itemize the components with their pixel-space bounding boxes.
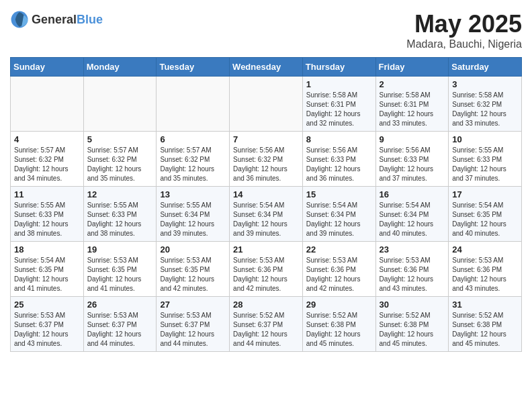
weekday-header-thursday: Thursday (302, 58, 375, 77)
day-info: Sunrise: 5:53 AM Sunset: 6:36 PM Dayligh… (306, 256, 372, 293)
day-number: 7 (233, 134, 299, 144)
day-info: Sunrise: 5:53 AM Sunset: 6:35 PM Dayligh… (87, 256, 153, 293)
weekday-header-row: SundayMondayTuesdayWednesdayThursdayFrid… (11, 58, 522, 77)
day-cell: 3Sunrise: 5:58 AM Sunset: 6:32 PM Daylig… (449, 77, 522, 132)
day-info: Sunrise: 5:53 AM Sunset: 6:36 PM Dayligh… (233, 256, 299, 293)
weekday-header-monday: Monday (83, 58, 157, 77)
day-info: Sunrise: 5:54 AM Sunset: 6:35 PM Dayligh… (14, 256, 80, 293)
day-cell: 1Sunrise: 5:58 AM Sunset: 6:31 PM Daylig… (302, 77, 375, 132)
location-title: Madara, Bauchi, Nigeria (406, 38, 522, 50)
day-number: 1 (306, 79, 372, 89)
day-info: Sunrise: 5:53 AM Sunset: 6:36 PM Dayligh… (380, 256, 445, 293)
day-cell: 28Sunrise: 5:52 AM Sunset: 6:37 PM Dayli… (230, 297, 303, 352)
day-info: Sunrise: 5:55 AM Sunset: 6:33 PM Dayligh… (14, 201, 80, 238)
day-number: 23 (380, 244, 445, 255)
day-cell (11, 77, 84, 132)
weekday-header-tuesday: Tuesday (157, 58, 230, 77)
day-info: Sunrise: 5:52 AM Sunset: 6:37 PM Dayligh… (233, 311, 299, 349)
day-number: 29 (306, 300, 372, 310)
logo-blue-text: Blue (77, 13, 103, 26)
day-cell: 9Sunrise: 5:56 AM Sunset: 6:33 PM Daylig… (375, 132, 449, 187)
day-cell: 8Sunrise: 5:56 AM Sunset: 6:33 PM Daylig… (302, 132, 375, 187)
day-info: Sunrise: 5:54 AM Sunset: 6:34 PM Dayligh… (306, 201, 372, 238)
day-info: Sunrise: 5:55 AM Sunset: 6:34 PM Dayligh… (160, 201, 226, 238)
day-number: 26 (87, 300, 153, 310)
day-cell: 25Sunrise: 5:53 AM Sunset: 6:37 PM Dayli… (11, 297, 84, 352)
day-info: Sunrise: 5:57 AM Sunset: 6:32 PM Dayligh… (87, 146, 153, 183)
day-cell: 21Sunrise: 5:53 AM Sunset: 6:36 PM Dayli… (230, 242, 303, 297)
day-info: Sunrise: 5:58 AM Sunset: 6:31 PM Dayligh… (306, 91, 372, 128)
day-number: 5 (87, 134, 153, 144)
day-cell: 30Sunrise: 5:52 AM Sunset: 6:38 PM Dayli… (375, 297, 449, 352)
day-number: 12 (87, 189, 153, 199)
weekday-header-wednesday: Wednesday (230, 58, 303, 77)
day-info: Sunrise: 5:53 AM Sunset: 6:37 PM Dayligh… (14, 311, 80, 349)
day-cell: 20Sunrise: 5:53 AM Sunset: 6:35 PM Dayli… (157, 242, 230, 297)
day-cell: 18Sunrise: 5:54 AM Sunset: 6:35 PM Dayli… (11, 242, 84, 297)
day-number: 20 (160, 244, 226, 255)
logo-general-text: General (32, 13, 77, 26)
day-info: Sunrise: 5:53 AM Sunset: 6:36 PM Dayligh… (452, 256, 518, 293)
day-number: 15 (306, 189, 372, 199)
day-number: 14 (233, 189, 299, 199)
day-cell: 15Sunrise: 5:54 AM Sunset: 6:34 PM Dayli… (302, 187, 375, 242)
day-number: 3 (452, 79, 518, 89)
day-cell: 14Sunrise: 5:54 AM Sunset: 6:34 PM Dayli… (230, 187, 303, 242)
day-number: 19 (87, 244, 153, 255)
day-info: Sunrise: 5:53 AM Sunset: 6:35 PM Dayligh… (160, 256, 226, 293)
day-info: Sunrise: 5:54 AM Sunset: 6:34 PM Dayligh… (233, 201, 299, 238)
day-info: Sunrise: 5:52 AM Sunset: 6:38 PM Dayligh… (452, 311, 518, 349)
week-row-1: 1Sunrise: 5:58 AM Sunset: 6:31 PM Daylig… (11, 77, 522, 132)
day-number: 28 (233, 300, 299, 310)
day-cell: 26Sunrise: 5:53 AM Sunset: 6:37 PM Dayli… (83, 297, 157, 352)
day-number: 18 (14, 244, 80, 255)
day-info: Sunrise: 5:58 AM Sunset: 6:32 PM Dayligh… (452, 91, 518, 128)
day-number: 25 (14, 300, 80, 310)
day-cell (83, 77, 157, 132)
day-cell: 19Sunrise: 5:53 AM Sunset: 6:35 PM Dayli… (83, 242, 157, 297)
day-cell: 23Sunrise: 5:53 AM Sunset: 6:36 PM Dayli… (375, 242, 449, 297)
day-cell: 13Sunrise: 5:55 AM Sunset: 6:34 PM Dayli… (157, 187, 230, 242)
day-info: Sunrise: 5:52 AM Sunset: 6:38 PM Dayligh… (306, 311, 372, 349)
day-number: 17 (452, 189, 518, 199)
day-number: 24 (452, 244, 518, 255)
day-number: 31 (452, 300, 518, 310)
day-cell: 17Sunrise: 5:54 AM Sunset: 6:35 PM Dayli… (449, 187, 522, 242)
week-row-5: 25Sunrise: 5:53 AM Sunset: 6:37 PM Dayli… (11, 297, 522, 352)
weekday-header-sunday: Sunday (11, 58, 84, 77)
day-cell: 24Sunrise: 5:53 AM Sunset: 6:36 PM Dayli… (449, 242, 522, 297)
calendar-table: SundayMondayTuesdayWednesdayThursdayFrid… (10, 57, 522, 352)
day-number: 22 (306, 244, 372, 255)
day-cell: 7Sunrise: 5:56 AM Sunset: 6:32 PM Daylig… (230, 132, 303, 187)
week-row-4: 18Sunrise: 5:54 AM Sunset: 6:35 PM Dayli… (11, 242, 522, 297)
day-number: 27 (160, 300, 226, 310)
day-number: 6 (160, 134, 226, 144)
day-number: 16 (380, 189, 445, 199)
weekday-header-saturday: Saturday (449, 58, 522, 77)
day-number: 21 (233, 244, 299, 255)
week-row-2: 4Sunrise: 5:57 AM Sunset: 6:32 PM Daylig… (11, 132, 522, 187)
day-number: 8 (306, 134, 372, 144)
day-cell: 12Sunrise: 5:55 AM Sunset: 6:33 PM Dayli… (83, 187, 157, 242)
day-info: Sunrise: 5:55 AM Sunset: 6:33 PM Dayligh… (452, 146, 518, 183)
day-cell (230, 77, 303, 132)
day-cell: 31Sunrise: 5:52 AM Sunset: 6:38 PM Dayli… (449, 297, 522, 352)
day-info: Sunrise: 5:56 AM Sunset: 6:33 PM Dayligh… (380, 146, 445, 183)
day-info: Sunrise: 5:53 AM Sunset: 6:37 PM Dayligh… (87, 311, 153, 349)
day-number: 9 (380, 134, 445, 144)
day-cell: 29Sunrise: 5:52 AM Sunset: 6:38 PM Dayli… (302, 297, 375, 352)
day-info: Sunrise: 5:57 AM Sunset: 6:32 PM Dayligh… (14, 146, 80, 183)
day-cell: 6Sunrise: 5:57 AM Sunset: 6:32 PM Daylig… (157, 132, 230, 187)
day-info: Sunrise: 5:57 AM Sunset: 6:32 PM Dayligh… (160, 146, 226, 183)
day-cell: 27Sunrise: 5:53 AM Sunset: 6:37 PM Dayli… (157, 297, 230, 352)
logo-icon (10, 10, 29, 29)
day-number: 30 (380, 300, 445, 310)
day-number: 13 (160, 189, 226, 199)
day-number: 10 (452, 134, 518, 144)
day-number: 11 (14, 189, 80, 199)
title-block: May 2025 Madara, Bauchi, Nigeria (406, 10, 522, 50)
day-info: Sunrise: 5:53 AM Sunset: 6:37 PM Dayligh… (160, 311, 226, 349)
day-cell: 10Sunrise: 5:55 AM Sunset: 6:33 PM Dayli… (449, 132, 522, 187)
day-info: Sunrise: 5:52 AM Sunset: 6:38 PM Dayligh… (380, 311, 445, 349)
day-cell: 5Sunrise: 5:57 AM Sunset: 6:32 PM Daylig… (83, 132, 157, 187)
